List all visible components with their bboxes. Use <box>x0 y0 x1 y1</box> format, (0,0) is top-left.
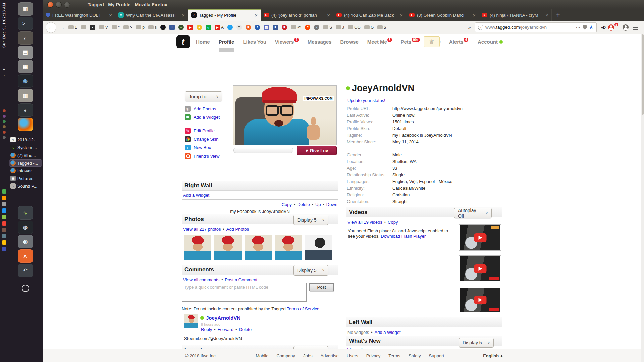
footer-link-privacy[interactable]: Privacy <box>366 353 381 358</box>
mini-app-icon[interactable] <box>2 189 6 194</box>
task-text-editor[interactable]: ✎2018-12-... <box>9 136 42 143</box>
footer-link-mobile[interactable]: Mobile <box>256 353 268 358</box>
bookmark-item[interactable]: V <box>99 25 108 30</box>
back-button[interactable]: ← <box>46 22 56 33</box>
mini-app-icon[interactable] <box>2 221 6 226</box>
link-delete[interactable]: Delete <box>239 327 252 332</box>
terms-of-service-link[interactable]: Terms of Service. <box>287 306 320 311</box>
page-scrollbar[interactable] <box>641 34 644 362</box>
bookmark-item[interactable]: S <box>323 25 332 30</box>
sidebar-action[interactable]: Change Skin <box>185 135 219 143</box>
window-minimize-button[interactable] <box>56 2 62 8</box>
media-app-icon[interactable]: ◉ <box>18 74 33 88</box>
footer-link-jobs[interactable]: Jobs <box>303 353 312 358</box>
sidebar-link-add-photos[interactable]: Add Photos <box>194 106 216 111</box>
window-close-button[interactable] <box>47 2 53 8</box>
task-firefox[interactable]: Infowar... <box>9 167 42 174</box>
archive-manager-icon[interactable]: ▥ <box>18 89 33 102</box>
photo-thumbnail[interactable] <box>184 235 211 260</box>
mini-app-icon[interactable] <box>2 240 6 245</box>
update-status-link[interactable]: Update your status! <box>347 98 385 103</box>
globe-app-icon[interactable]: ● <box>18 103 33 117</box>
photo-thumbnail[interactable] <box>245 235 272 260</box>
comment-avatar[interactable] <box>184 314 198 328</box>
sidebar-link-edit-profile[interactable]: Edit Profile <box>194 128 215 133</box>
bookmark-item[interactable]: t <box>160 25 166 30</box>
bookmark-item[interactable]: 1 <box>68 25 77 30</box>
tab-close-icon[interactable]: × <box>545 12 548 18</box>
bookmark-item[interactable]: R <box>305 25 310 30</box>
link-copy[interactable]: Copy <box>282 202 292 207</box>
back-tool-icon[interactable]: ↶ <box>18 264 33 277</box>
give-luv-button[interactable]: ♥ Give Luv <box>297 146 337 155</box>
nav-meet-me[interactable]: Meet Me3 <box>367 39 392 45</box>
comments-display-dropdown[interactable]: Display 5 ∨ <box>293 265 328 276</box>
mini-app-icon[interactable] <box>2 228 6 232</box>
task-firefox[interactable]: Tagged -... <box>9 160 42 166</box>
scrollbar-thumb[interactable] <box>642 34 644 115</box>
post-button[interactable]: Post <box>309 283 334 291</box>
bookmark-item[interactable]: T <box>236 25 242 30</box>
swirl-app-icon[interactable]: ◍ <box>18 221 33 234</box>
extension-avatar-icon[interactable] <box>608 24 614 31</box>
comment-input[interactable] <box>182 283 307 302</box>
crown-icon[interactable]: ♛ <box>424 36 440 47</box>
sidebar-action[interactable]: ✱Add a Widget <box>185 113 220 121</box>
bookmark-item[interactable] <box>81 25 86 29</box>
bookmark-item[interactable]: $ <box>377 25 386 30</box>
footer-link-company[interactable]: Company <box>276 353 295 358</box>
task-firefox[interactable]: (7) #Lio... <box>9 152 42 159</box>
link-up[interactable]: Up <box>315 202 321 207</box>
photos-display-dropdown[interactable]: Display 5 ∨ <box>293 215 328 225</box>
screenshot-tool-icon[interactable]: ◎ <box>18 235 33 248</box>
firefox-icon[interactable] <box>18 118 33 131</box>
add-photos-link[interactable]: Add Photos <box>226 227 249 232</box>
footer-link-support[interactable]: Support <box>429 353 444 358</box>
gimp-icon[interactable]: ◐ <box>18 31 33 45</box>
link-down[interactable]: Down <box>326 202 337 207</box>
nav-home[interactable]: Home <box>196 39 210 45</box>
whats-new-display-dropdown[interactable]: Display 5 ∨ <box>459 338 494 348</box>
bookmark-star-icon[interactable]: ★ <box>589 24 594 31</box>
nav-profile[interactable]: Profile <box>219 39 234 45</box>
nav-browse[interactable]: Browse <box>340 39 359 45</box>
task-sound[interactable]: ♪Sound P... <box>9 183 42 189</box>
browser-tab[interactable]: ▨Why Can the CIA Assassi× <box>115 9 188 21</box>
bookmark-item[interactable]: ● <box>178 25 184 30</box>
sidebar-link-friend-s-view[interactable]: Friend's View <box>194 154 219 159</box>
mini-app-icon[interactable] <box>2 202 6 206</box>
sidebar-action[interactable]: ✎Edit Profile <box>185 127 219 135</box>
bookmark-item[interactable]: P <box>282 25 287 30</box>
bookmark-item[interactable]: P <box>246 25 251 30</box>
sidebar-action[interactable]: Friend's View <box>185 152 219 160</box>
photo-thumbnail[interactable] <box>214 235 241 260</box>
browser-tab[interactable]: tTagged - My Profile× <box>188 9 261 21</box>
nav-alerts[interactable]: Alerts4 <box>449 39 468 45</box>
view-all-videos-link[interactable]: View all 19 videos <box>347 220 382 225</box>
bookmark-item[interactable]: t <box>227 25 233 30</box>
nav-messages[interactable]: Messages <box>308 39 332 45</box>
sidebar-action[interactable]: ◎Add Photos <box>185 105 220 113</box>
new-tab-button[interactable]: + <box>552 9 565 21</box>
add-widget-link[interactable]: Add a Widget <box>183 193 209 198</box>
browser-tab[interactable]: ▶(4) "joey arnold" portlan× <box>261 9 333 21</box>
mini-app-icon[interactable] <box>2 215 6 219</box>
add-widget-link[interactable]: Add a Widget <box>375 330 401 335</box>
tab-close-icon[interactable]: × <box>255 12 258 18</box>
link-delete[interactable]: Delete <box>297 202 310 207</box>
window-titlebar[interactable]: Tagged - My Profile - Mozilla Firefox <box>43 0 644 9</box>
site-info-icon[interactable]: i <box>478 25 483 30</box>
video-thumbnail[interactable] <box>459 224 501 251</box>
tab-close-icon[interactable]: × <box>109 12 112 18</box>
nav-viewers[interactable]: Viewers1 <box>275 39 299 45</box>
files-icon[interactable]: ▤ <box>18 46 33 59</box>
nav-account[interactable]: Account <box>478 39 503 45</box>
view-all-comments-link[interactable]: View all comments <box>183 277 219 282</box>
bookmark-item[interactable]: f <box>169 25 175 30</box>
footer-link-safety[interactable]: Safety <box>409 353 421 358</box>
link-forward[interactable]: Forward <box>217 327 233 332</box>
tab-close-icon[interactable]: × <box>182 12 185 18</box>
tab-close-icon[interactable]: × <box>400 12 403 18</box>
post-a-comment-link[interactable]: Post a Comment <box>225 277 257 282</box>
browser-tab[interactable]: ▶(4) ninjaRIHANNA - cryM× <box>479 9 552 21</box>
